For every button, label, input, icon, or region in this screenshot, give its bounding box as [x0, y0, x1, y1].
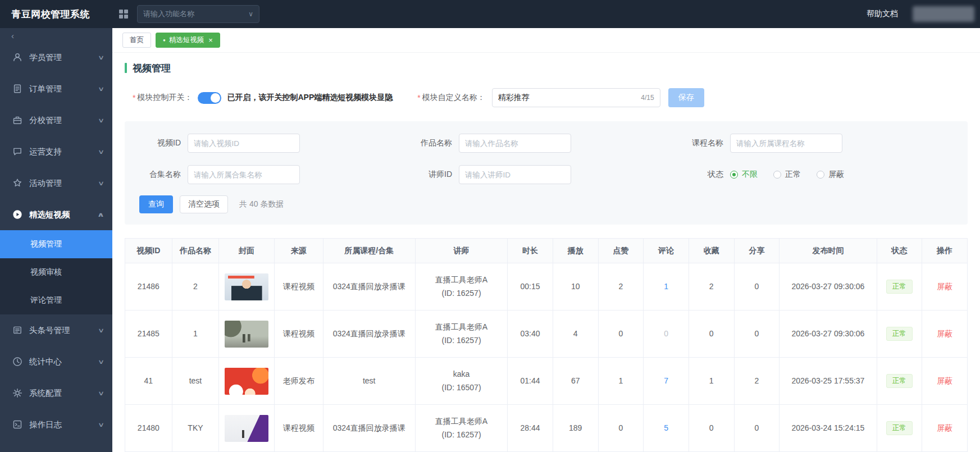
- comments-count-link[interactable]: 1: [664, 282, 668, 291]
- filter-panel: 视频ID 作品名称 课程名称 合集名称 讲师ID: [125, 121, 968, 225]
- tab-dot-icon: ●: [163, 38, 166, 43]
- video-cover-thumbnail[interactable]: [225, 415, 268, 442]
- filter-actions: 查询 清空选项 共 40 条数据: [139, 195, 953, 213]
- sidebar-subitem-video-audit[interactable]: 视频审核: [0, 258, 112, 286]
- teacher-id: (ID: 16507): [418, 381, 505, 395]
- radio-label: 正常: [785, 170, 801, 180]
- cell-action: 屏蔽: [922, 358, 968, 405]
- cell-publish-time: 2026-03-27 09:30:06: [780, 263, 877, 311]
- chevron-down-icon: ∨: [248, 10, 253, 18]
- function-search-placeholder: 请输入功能名称: [143, 9, 194, 19]
- char-counter: 4/15: [641, 94, 654, 102]
- block-action-link[interactable]: 屏蔽: [937, 329, 952, 338]
- cell-source: 课程视频: [274, 263, 323, 311]
- required-mark: *: [417, 93, 420, 102]
- sidebar-item-featured-short-video[interactable]: 精选短视频∧: [0, 199, 112, 230]
- work-name-input[interactable]: [459, 134, 571, 153]
- column-header-plays: 播放: [553, 239, 598, 263]
- video-cover-thumbnail[interactable]: [225, 321, 268, 348]
- stats-icon: [12, 357, 22, 367]
- tab-featured-short-video[interactable]: ●精选短视频×: [156, 33, 220, 48]
- teacher-id-input[interactable]: [459, 165, 571, 184]
- function-search-select[interactable]: 请输入功能名称 ∨: [137, 5, 259, 23]
- block-action-link[interactable]: 屏蔽: [937, 282, 952, 291]
- video-id-input[interactable]: [188, 134, 300, 153]
- save-button[interactable]: 保存: [668, 88, 704, 107]
- sidebar-item-activity-management[interactable]: 活动管理∨: [0, 167, 112, 199]
- teacher-name: 直播工具老师A: [418, 273, 505, 287]
- cell-teacher: 直播工具老师A(ID: 16257): [415, 405, 507, 452]
- collection-name-input[interactable]: [188, 165, 300, 184]
- sidebar-item-statistics-center[interactable]: 统计中心∨: [0, 346, 112, 377]
- cell-status: 正常: [877, 358, 922, 405]
- sidebar-item-operation-support[interactable]: 运营支持∨: [0, 136, 112, 167]
- column-header-teacher: 讲师: [415, 239, 507, 263]
- radio-circle-icon: [817, 171, 824, 179]
- settings-icon: [12, 388, 22, 398]
- cell-video-id: 21485: [125, 311, 172, 358]
- status-radio-0[interactable]: 不限: [730, 170, 758, 180]
- module-name-input[interactable]: [498, 93, 637, 102]
- submenu-featured-short-video: 视频管理视频审核评论管理: [0, 230, 112, 314]
- teacher-id-label: 讲师ID: [411, 170, 452, 180]
- table-row: 214862课程视频0324直播回放录播课直播工具老师A(ID: 16257)0…: [125, 263, 968, 311]
- sidebar-item-student-management[interactable]: 学员管理∨: [0, 42, 112, 73]
- sidebar-collapse-icon[interactable]: ‹: [0, 28, 112, 42]
- order-icon: [12, 84, 22, 94]
- cell-duration: 01:44: [508, 358, 553, 405]
- search-button[interactable]: 查询: [139, 195, 173, 213]
- required-mark: *: [133, 93, 135, 102]
- cell-action: 屏蔽: [922, 405, 968, 452]
- support-icon: [12, 147, 22, 157]
- tab-label: 精选短视频: [169, 35, 204, 45]
- chevron-down-icon: ∨: [98, 358, 104, 366]
- block-action-link[interactable]: 屏蔽: [937, 376, 952, 385]
- sidebar-item-label: 活动管理: [29, 178, 99, 189]
- teacher-name: 直播工具老师A: [418, 321, 505, 334]
- total-count-text: 共 40 条数据: [239, 199, 284, 209]
- video-icon: [12, 209, 22, 220]
- video-cover-thumbnail[interactable]: [225, 368, 268, 395]
- sidebar-item-branch-management[interactable]: 分校管理∨: [0, 104, 112, 136]
- module-name-input-wrap: 4/15: [492, 88, 660, 107]
- sidebar-item-operation-log[interactable]: 操作日志∨: [0, 409, 112, 440]
- status-badge: 正常: [886, 280, 913, 293]
- module-name-label: 模块自定义名称：: [422, 93, 485, 103]
- video-cover-thumbnail[interactable]: [225, 273, 268, 300]
- sidebar-item-label: 学员管理: [29, 52, 99, 63]
- collection-name-label: 合集名称: [139, 170, 181, 180]
- sidebar-subitem-comment-management[interactable]: 评论管理: [0, 286, 112, 314]
- sidebar-subitem-video-management[interactable]: 视频管理: [0, 230, 112, 258]
- module-switch-toggle[interactable]: [198, 92, 221, 104]
- sidebar-item-label: 操作日志: [29, 419, 99, 430]
- status-radio-1[interactable]: 正常: [773, 170, 801, 180]
- close-icon[interactable]: ×: [208, 36, 213, 44]
- course-name-input[interactable]: [730, 134, 842, 153]
- status-radio-2[interactable]: 屏蔽: [817, 170, 844, 180]
- user-account-redacted[interactable]: [913, 6, 974, 22]
- column-header-comments: 评论: [644, 239, 689, 263]
- cell-favorites: 0: [689, 311, 734, 358]
- cell-favorites: 0: [689, 405, 734, 452]
- cell-source: 课程视频: [274, 405, 323, 452]
- apps-grid-icon[interactable]: [119, 10, 128, 19]
- sidebar-item-system-config[interactable]: 系统配置∨: [0, 377, 112, 409]
- sidebar-item-label: 精选短视频: [29, 209, 98, 220]
- comments-count-link[interactable]: 7: [664, 376, 668, 385]
- block-action-link[interactable]: 屏蔽: [937, 423, 952, 432]
- help-doc-link[interactable]: 帮助文档: [867, 9, 898, 19]
- sidebar-item-order-management[interactable]: 订单管理∨: [0, 73, 112, 104]
- clear-options-button[interactable]: 清空选项: [180, 195, 228, 213]
- status-radio-group: 不限正常屏蔽: [730, 170, 844, 180]
- cell-status: 正常: [877, 405, 922, 452]
- teacher-name: 直播工具老师A: [418, 415, 505, 428]
- column-header-publish-time: 发布时间: [780, 239, 877, 263]
- cell-status: 正常: [877, 311, 922, 358]
- module-settings-row: * 模块控制开关： 已开启，该开关控制APP端精选短视频模块显隐 * 模块自定义…: [133, 88, 968, 108]
- cell-shares: 0: [734, 405, 780, 452]
- sidebar-item-toutiao-management[interactable]: 头条号管理∨: [0, 314, 112, 346]
- tab-home[interactable]: 首页: [122, 33, 151, 48]
- filter-work-name: 作品名称: [411, 134, 682, 153]
- comments-count-link[interactable]: 5: [664, 423, 668, 432]
- page-title: 视频管理: [125, 62, 968, 74]
